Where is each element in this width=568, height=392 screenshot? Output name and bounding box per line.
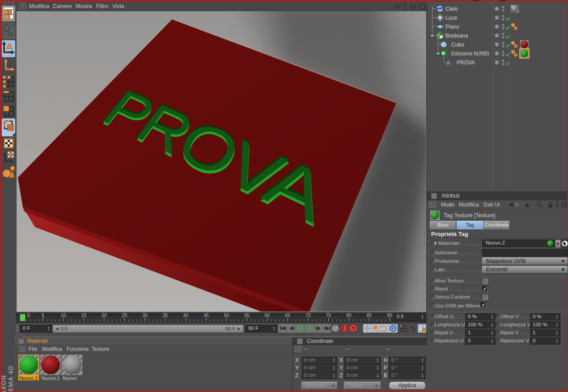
- svg-text:50: 50: [224, 312, 229, 318]
- svg-text:25: 25: [122, 312, 127, 318]
- svg-text:70: 70: [305, 312, 311, 318]
- svg-text:85: 85: [367, 312, 372, 318]
- svg-text:0: 0: [27, 312, 30, 318]
- svg-text:Booleana: Booleana: [445, 33, 468, 39]
- svg-text:75: 75: [326, 312, 331, 318]
- svg-text:90: 90: [387, 312, 392, 318]
- svg-text:20: 20: [102, 312, 107, 318]
- svg-text:Cubo: Cubo: [451, 42, 464, 48]
- svg-text:15: 15: [81, 312, 86, 318]
- svg-text:40: 40: [183, 312, 188, 318]
- svg-text:80: 80: [346, 312, 352, 318]
- svg-text:Estrusione NURBS: Estrusione NURBS: [451, 51, 489, 57]
- svg-text:Luce: Luce: [445, 15, 457, 21]
- svg-text:?: ?: [352, 326, 355, 331]
- svg-text:55: 55: [244, 312, 250, 318]
- svg-text:35: 35: [163, 312, 168, 318]
- svg-text:PROVA: PROVA: [457, 59, 475, 66]
- svg-text:10: 10: [61, 312, 66, 318]
- svg-text:Piano: Piano: [445, 24, 459, 30]
- svg-text:45: 45: [203, 312, 209, 318]
- svg-text:Cielo: Cielo: [445, 6, 458, 12]
- svg-text:P: P: [392, 326, 395, 331]
- svg-text:65: 65: [285, 312, 290, 318]
- svg-text:60: 60: [265, 312, 270, 318]
- svg-text:5: 5: [42, 312, 44, 318]
- svg-text:A: A: [446, 59, 451, 66]
- svg-text:30: 30: [142, 312, 148, 318]
